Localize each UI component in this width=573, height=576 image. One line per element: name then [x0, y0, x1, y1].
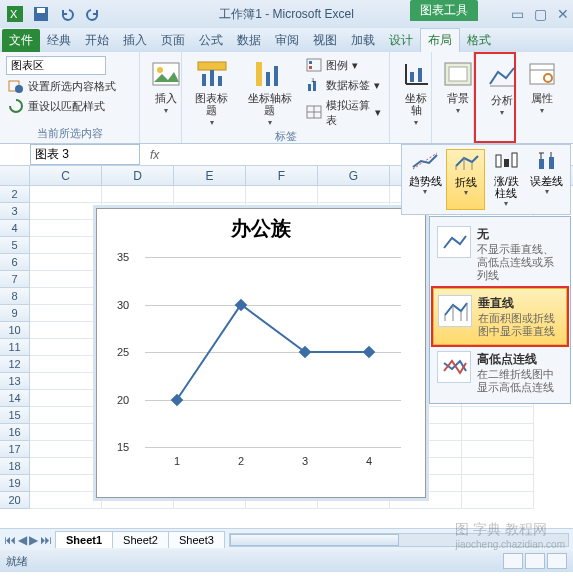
minimize-icon[interactable]: ▭: [511, 6, 524, 22]
cell[interactable]: [30, 271, 102, 288]
cell[interactable]: [30, 254, 102, 271]
tab-layout[interactable]: 布局: [420, 28, 460, 52]
cell[interactable]: [30, 492, 102, 509]
cell[interactable]: [462, 441, 534, 458]
col-header[interactable]: F: [246, 166, 318, 185]
tab-insert[interactable]: 插入: [116, 29, 154, 52]
tab-classic[interactable]: 经典: [40, 29, 78, 52]
tab-data[interactable]: 数据: [230, 29, 268, 52]
tab-addin[interactable]: 加载: [344, 29, 382, 52]
tab-page[interactable]: 页面: [154, 29, 192, 52]
cell[interactable]: [30, 475, 102, 492]
plot-area[interactable]: 15202530351234: [145, 257, 401, 447]
cell[interactable]: [102, 186, 174, 203]
reset-style-button[interactable]: 重设以匹配样式: [6, 97, 133, 115]
axis-title-button[interactable]: 坐标轴标题: [241, 56, 298, 129]
row-header[interactable]: 13: [0, 373, 30, 390]
cell[interactable]: [30, 407, 102, 424]
col-header[interactable]: G: [318, 166, 390, 185]
sheet-tab[interactable]: Sheet2: [112, 531, 169, 548]
properties-button[interactable]: 属性: [522, 56, 562, 117]
row-header[interactable]: 6: [0, 254, 30, 271]
tab-formula[interactable]: 公式: [192, 29, 230, 52]
lines-button[interactable]: 折线: [446, 149, 485, 210]
row-header[interactable]: 7: [0, 271, 30, 288]
col-header[interactable]: D: [102, 166, 174, 185]
sheet-tab[interactable]: Sheet1: [55, 531, 113, 548]
chart-element-selector[interactable]: 图表区: [6, 56, 106, 75]
menu-item-none[interactable]: 无不显示垂直线、高低点连线或系列线: [433, 220, 567, 288]
row-header[interactable]: 2: [0, 186, 30, 203]
cell[interactable]: [462, 492, 534, 509]
horizontal-scrollbar[interactable]: [229, 533, 569, 547]
name-box[interactable]: 图表 3: [30, 144, 140, 165]
select-all-corner[interactable]: [0, 166, 30, 185]
fx-icon[interactable]: fx: [144, 148, 165, 162]
cell[interactable]: [30, 203, 102, 220]
row-header[interactable]: 12: [0, 356, 30, 373]
cell[interactable]: [462, 475, 534, 492]
row-header[interactable]: 8: [0, 288, 30, 305]
error-bars-button[interactable]: 误差线: [528, 149, 566, 210]
page-layout-icon[interactable]: [525, 553, 545, 569]
row-header[interactable]: 18: [0, 458, 30, 475]
cell[interactable]: [30, 237, 102, 254]
axes-button[interactable]: 坐标轴: [396, 56, 436, 129]
normal-view-icon[interactable]: [503, 553, 523, 569]
menu-item-droplines[interactable]: 垂直线在面积图或折线图中显示垂直线: [433, 288, 567, 345]
col-header[interactable]: C: [30, 166, 102, 185]
cell[interactable]: [462, 424, 534, 441]
row-header[interactable]: 9: [0, 305, 30, 322]
row-header[interactable]: 19: [0, 475, 30, 492]
cell[interactable]: [318, 186, 390, 203]
tab-review[interactable]: 审阅: [268, 29, 306, 52]
cell[interactable]: [462, 458, 534, 475]
tab-format[interactable]: 格式: [460, 29, 498, 52]
cell[interactable]: [30, 458, 102, 475]
tab-nav[interactable]: ⏮◀▶⏭: [0, 533, 56, 547]
close-icon[interactable]: ✕: [557, 6, 569, 22]
cell[interactable]: [30, 424, 102, 441]
restore-icon[interactable]: ▢: [534, 6, 547, 22]
cell[interactable]: [246, 186, 318, 203]
cell[interactable]: [30, 305, 102, 322]
data-table-button[interactable]: 模拟运算表 ▾: [304, 97, 383, 129]
excel-icon[interactable]: X: [4, 3, 26, 25]
tab-file[interactable]: 文件: [2, 29, 40, 52]
data-labels-button[interactable]: 1数据标签 ▾: [304, 77, 383, 95]
tab-design[interactable]: 设计: [382, 29, 420, 52]
save-icon[interactable]: [30, 3, 52, 25]
format-selection-button[interactable]: 设置所选内容格式: [6, 77, 133, 95]
menu-item-hilolines[interactable]: 高低点连线在二维折线图中显示高低点连线: [433, 345, 567, 400]
row-header[interactable]: 5: [0, 237, 30, 254]
cell[interactable]: [30, 356, 102, 373]
legend-button[interactable]: 图例 ▾: [304, 57, 383, 75]
cell[interactable]: [30, 322, 102, 339]
row-header[interactable]: 3: [0, 203, 30, 220]
trendline-button[interactable]: 趋势线: [406, 149, 444, 210]
embedded-chart[interactable]: 办公族 15202530351234: [96, 208, 426, 498]
redo-icon[interactable]: [82, 3, 104, 25]
insert-button[interactable]: 插入: [146, 56, 186, 117]
tab-view[interactable]: 视图: [306, 29, 344, 52]
row-header[interactable]: 16: [0, 424, 30, 441]
row-header[interactable]: 20: [0, 492, 30, 509]
cell[interactable]: [30, 220, 102, 237]
row-header[interactable]: 10: [0, 322, 30, 339]
col-header[interactable]: E: [174, 166, 246, 185]
cell[interactable]: [30, 390, 102, 407]
page-break-icon[interactable]: [547, 553, 567, 569]
cell[interactable]: [30, 186, 102, 203]
undo-icon[interactable]: [56, 3, 78, 25]
cell[interactable]: [174, 186, 246, 203]
cell[interactable]: [462, 407, 534, 424]
updown-bars-button[interactable]: 涨/跌柱线: [487, 149, 525, 210]
chart-title[interactable]: 办公族: [97, 209, 425, 248]
row-header[interactable]: 17: [0, 441, 30, 458]
row-header[interactable]: 15: [0, 407, 30, 424]
cell[interactable]: [30, 339, 102, 356]
row-header[interactable]: 4: [0, 220, 30, 237]
sheet-tab[interactable]: Sheet3: [168, 531, 225, 548]
cell[interactable]: [30, 373, 102, 390]
background-button[interactable]: 背景: [438, 56, 478, 117]
